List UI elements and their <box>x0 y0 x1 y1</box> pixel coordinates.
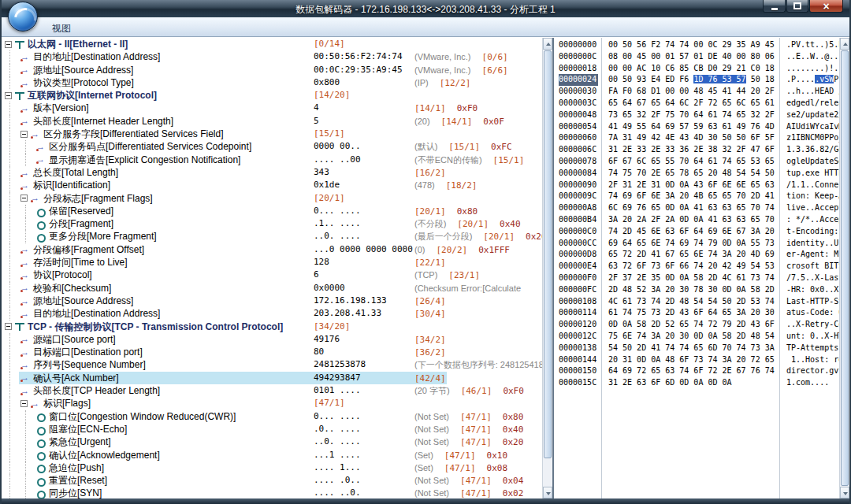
tree-row[interactable]: 头部长度[TCP Header Length]0101 ....(20 字节)[… <box>2 384 542 397</box>
tree-guide <box>9 449 20 461</box>
tree-row[interactable]: 更多分段[More Fragment]..0. ....(最后一个分段)[20/… <box>2 230 542 243</box>
tree-row[interactable]: 目的地址[Destination Address]203.208.41.33[3… <box>2 307 542 320</box>
field-value: ..0. .... <box>314 230 361 243</box>
hex-row[interactable]: 0000014420 31 0D 0A 48 6F 73 74 3A 20 72… <box>559 354 839 366</box>
tree-row[interactable]: 目标端口[Destination port]80[36/2] <box>2 346 542 358</box>
maximize-button[interactable] <box>786 0 808 13</box>
hex-row[interactable]: 000000FC2D 48 52 3A 20 30 78 30 0D 0A 58… <box>559 284 839 296</box>
tree-row[interactable]: 分段[Fragment].1.. ....(不分段)[20/1]0x40 <box>2 217 542 230</box>
tree-row[interactable]: 同步位[SYN].... ..0.(Not Set)[47/1]0x02 <box>2 487 542 498</box>
tab-view[interactable]: 视图 <box>47 21 76 36</box>
tree-row[interactable]: 互联网协议[Internet Protocol][14/20] <box>2 89 542 102</box>
tree-row[interactable]: 总长度[Total Length]343[16/2] <box>2 166 542 179</box>
hex-row[interactable]: 000000C074 2D 45 6E 63 6F 64 69 6E 67 3A… <box>559 226 839 238</box>
tree-row[interactable]: 保留[Reserved]0... ....[20/1]0x80 <box>2 205 542 217</box>
ascii-segment: AIUdiWYcaIvM <box>786 122 839 131</box>
tree-row[interactable]: 显示拥塞通告[Explicit Congestion Notification]… <box>2 154 542 166</box>
tree-row[interactable]: TCP - 传输控制协议[TCP - Transmission Control … <box>2 321 542 333</box>
tree-row[interactable]: 源地址[Source Address]172.16.198.133[26/4] <box>2 295 542 307</box>
hex-row[interactable]: 0000006C31 2E 33 2E 33 36 2E 38 32 2F 47… <box>559 144 839 156</box>
hex-row[interactable]: 0000011461 74 75 73 2D 43 6F 64 65 3A 20… <box>559 307 839 319</box>
collapse-expander-icon[interactable] <box>20 131 28 138</box>
tree-row[interactable]: 以太网 - II[Ethernet - II][0/14] <box>2 38 542 50</box>
scroll-thumb[interactable] <box>841 50 849 486</box>
tree-row[interactable]: 分段偏移[Fragment Offset]...0 0000 0000 0000… <box>2 243 542 256</box>
collapse-expander-icon[interactable] <box>5 323 12 330</box>
hex-row[interactable]: 0000003C65 64 67 65 64 6C 2F 72 65 6C 65… <box>559 98 839 109</box>
hex-row[interactable]: 000001200D 0A 58 2D 52 65 74 72 79 2D 43… <box>559 319 839 331</box>
hex-row[interactable]: 000000E463 72 6F 73 6F 66 74 20 42 49 54… <box>559 261 839 272</box>
hex-row[interactable]: 000001084C 61 73 74 2D 48 54 54 50 2D 53… <box>559 296 839 308</box>
tree-row[interactable]: 确认位[Acknowledgement]...1 ....(Set)[47/1]… <box>2 449 542 461</box>
highlighted-ascii: .vSW <box>815 75 834 83</box>
app-orb-icon[interactable] <box>8 2 38 32</box>
scroll-up-button[interactable] <box>840 38 849 50</box>
hex-row[interactable]: 0000001800 00 AC 10 C6 85 CB D0 29 21 C0… <box>559 63 839 75</box>
tree-row[interactable]: 重置位[Reset].... .0..(Not Set)[47/1]0x04 <box>2 474 542 487</box>
tree-row[interactable]: 版本[Version]4[14/1]0xF0 <box>2 102 542 114</box>
hex-row[interactable]: 000000B43A 20 2A 2F 2A 0D 0A 41 63 63 65… <box>559 214 839 226</box>
field-icon <box>36 154 46 165</box>
tree-guide <box>25 487 36 498</box>
hex-row[interactable]: 0000009C74 69 6F 6E 3A 20 4B 65 65 70 2D… <box>559 191 839 202</box>
collapse-expander-icon[interactable] <box>20 195 28 202</box>
field-offset-range: [14/1] <box>414 103 446 113</box>
hex-row[interactable]: 0000015064 69 72 65 63 74 6F 72 2E 67 76… <box>559 365 839 377</box>
tree-row[interactable]: 急迫位[Push].... 1...(Set)[47/1]0x08 <box>2 461 542 474</box>
hex-row[interactable]: 000000F02F 37 2E 35 0D 0A 58 2D 4C 61 73… <box>559 272 839 284</box>
minimize-button[interactable] <box>763 0 786 13</box>
tree-row[interactable]: 目的地址[Destination Address]00:50:56:F2:74:… <box>2 50 542 63</box>
hex-vertical-scrollbar[interactable] <box>839 38 849 498</box>
hex-row[interactable]: 0000002400 50 93 E4 ED F6 1D 76 53 57 50… <box>559 74 839 86</box>
tree-row[interactable]: 窗口位[Congestion Window Reduced(CWR)]0... … <box>2 410 542 423</box>
tree-row[interactable]: 存活时间[Time to Live]128[22/1] <box>2 256 542 269</box>
tree-row[interactable]: 协议类型[Protocol Type]0x800(IP)[12/2] <box>2 76 542 89</box>
hex-row[interactable]: 0000015C31 2E 63 6F 6D 0D 0A 0D 0A1.com.… <box>559 377 839 389</box>
scroll-down-button[interactable] <box>543 487 552 498</box>
tree-row[interactable]: 源端口[Source port]49176[34/2] <box>2 333 542 346</box>
scroll-thumb[interactable] <box>544 50 552 458</box>
hex-row[interactable]: 000000902F 31 2E 31 0D 0A 43 6F 6E 6E 65… <box>559 180 839 191</box>
scroll-down-button[interactable] <box>840 487 849 498</box>
hex-row[interactable]: 000000A86C 69 76 65 0D 0A 41 63 63 65 70… <box>559 202 839 214</box>
hex-row[interactable]: 0000005441 49 55 64 69 57 59 63 61 49 76… <box>559 121 839 133</box>
tree-row-label-cell: 源端口[Source port] <box>5 333 116 346</box>
field-label: 源端口[Source port] <box>33 333 116 346</box>
hex-row[interactable]: 0000008474 75 70 2E 65 78 65 20 48 54 54… <box>559 168 839 180</box>
hex-row[interactable]: 0000004873 65 32 2F 75 70 64 61 74 65 32… <box>559 109 839 121</box>
hex-row[interactable]: 0000000000 50 56 F2 74 74 00 0C 29 35 A9… <box>559 39 839 51</box>
hex-row[interactable]: 000000786F 67 6C 65 55 70 64 61 74 65 53… <box>559 156 839 168</box>
hex-offset: 000000C0 <box>559 226 598 238</box>
tree-guide <box>9 358 20 371</box>
close-button[interactable] <box>809 0 843 13</box>
field-note: (Set) <box>414 450 433 460</box>
tree-vertical-scrollbar[interactable] <box>542 38 552 498</box>
collapse-expander-icon[interactable] <box>5 41 12 48</box>
tree-guide <box>9 217 20 230</box>
tree-row[interactable]: 头部长度[Internet Header Length]5(20)[14/1]0… <box>2 115 542 128</box>
hex-row[interactable]: 000000D865 72 2D 41 67 65 6E 74 3A 20 4D… <box>559 249 839 261</box>
tree-row[interactable]: 确认号[Ack Number]494293847[42/4] <box>2 372 542 384</box>
tree-row[interactable]: 紧急位[Urgent]..0. ....(Not Set)[47/1]0x20 <box>2 435 542 448</box>
scroll-up-button[interactable] <box>543 38 552 50</box>
hex-row[interactable]: 0000013854 50 2D 41 74 74 65 6D 70 74 73… <box>559 343 839 354</box>
hex-row[interactable]: 0000012C75 6E 74 3A 20 30 0D 0A 58 2D 48… <box>559 331 839 343</box>
tree-row[interactable]: 阻塞位[ECN-Echo].0.. ....(Not Set)[47/1]0x4… <box>2 423 542 435</box>
tree-row[interactable]: 校验和[Checksum]0x0000(Checksum Error:[Calc… <box>2 282 542 295</box>
tree-row[interactable]: 标识[Identification]0x1de(478)[18/2] <box>2 179 542 191</box>
hex-offset: 00000084 <box>559 168 598 180</box>
tree-row[interactable]: 标识[Flags][47/1] <box>2 397 542 410</box>
tree-row[interactable]: 区分服务码点[Differentiated Services Codepoint… <box>2 140 542 153</box>
hex-row[interactable]: 0000000C08 00 45 00 01 57 01 DE 40 00 80… <box>559 51 839 63</box>
collapse-expander-icon[interactable] <box>5 92 12 99</box>
tree-row[interactable]: 区分服务字段[Differentiated Services Field][15… <box>2 128 542 140</box>
tree-row[interactable]: 源地址[Source Address]00:0C:29:35:A9:45(VMw… <box>2 64 542 76</box>
hex-row[interactable]: 000000CC69 64 65 6E 74 69 74 79 0D 0A 55… <box>559 238 839 250</box>
tree-row[interactable]: 协议[Protocol]6(TCP)[23/1] <box>2 269 542 281</box>
tree-row[interactable]: 序列号[Sequence Number]2481253878(下一个数据包序列号… <box>2 358 542 371</box>
field-label: 更多分段[More Fragment] <box>49 230 157 243</box>
hex-row[interactable]: 00000030FA F0 68 D1 00 00 48 45 41 44 20… <box>559 86 839 98</box>
tree-row[interactable]: 分段标志[Fragment Flags][20/1] <box>2 192 542 205</box>
collapse-expander-icon[interactable] <box>20 400 28 407</box>
hex-row[interactable]: 000000607A 31 49 42 4E 43 4D 30 50 50 6F… <box>559 132 839 144</box>
